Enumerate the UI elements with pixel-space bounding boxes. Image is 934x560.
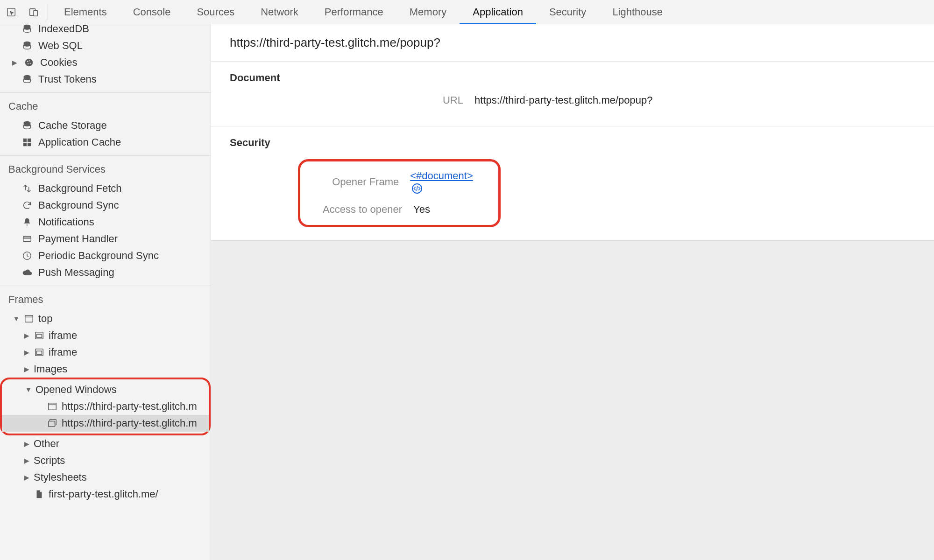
- sidebar-item-notifications[interactable]: Notifications: [0, 214, 211, 231]
- svg-rect-14: [23, 143, 27, 146]
- cookie-icon: [23, 57, 35, 68]
- inspect-element-icon[interactable]: [0, 0, 22, 24]
- tree-label: Other: [34, 438, 59, 450]
- tabbar-divider: [48, 4, 48, 20]
- tree-label: iframe: [49, 346, 77, 358]
- sidebar-label: Trust Tokens: [38, 73, 97, 85]
- sidebar-item-background-fetch[interactable]: Background Fetch: [0, 180, 211, 197]
- frame-iframe[interactable]: ▶ iframe: [0, 344, 211, 361]
- kv-url: URL https://third-party-test.glitch.me/p…: [230, 94, 915, 106]
- tab-sources[interactable]: Sources: [184, 0, 248, 24]
- tab-memory[interactable]: Memory: [396, 0, 460, 24]
- expand-arrow-icon[interactable]: ▶: [23, 349, 30, 356]
- tree-label: first-party-test.glitch.me/: [49, 488, 158, 500]
- expand-arrow-icon[interactable]: ▶: [23, 365, 30, 373]
- opened-window-item[interactable]: https://third-party-test.glitch.m: [2, 398, 209, 415]
- sidebar-item-push-messaging[interactable]: Push Messaging: [0, 264, 211, 281]
- tree-label: Scripts: [34, 455, 65, 467]
- frame-iframe[interactable]: ▶ iframe: [0, 327, 211, 344]
- expand-arrow-icon[interactable]: ▶: [23, 440, 30, 448]
- toggle-device-toolbar-icon[interactable]: [22, 0, 45, 24]
- opener-frame-link[interactable]: <#document>: [410, 170, 473, 182]
- tab-lighthouse[interactable]: Lighthouse: [599, 0, 676, 24]
- kv-key: Access to opener: [313, 203, 402, 216]
- sidebar-item-indexeddb[interactable]: IndexedDB: [0, 24, 211, 37]
- database-icon: [21, 24, 33, 34]
- expand-arrow-icon[interactable]: ▶: [11, 59, 18, 66]
- svg-point-8: [28, 63, 28, 64]
- bell-icon: [21, 217, 33, 227]
- opened-window-item-selected[interactable]: https://third-party-test.glitch.m: [2, 415, 209, 432]
- kv-access-to-opener: Access to opener Yes: [313, 203, 485, 216]
- sidebar-label: Background Fetch: [38, 182, 122, 195]
- sidebar-item-periodic-bg-sync[interactable]: Periodic Background Sync: [0, 247, 211, 264]
- frame-scripts[interactable]: ▶ Scripts: [0, 452, 211, 469]
- section-heading: Document: [230, 72, 915, 84]
- tree-label: https://third-party-test.glitch.m: [62, 400, 197, 413]
- tab-console[interactable]: Console: [120, 0, 184, 24]
- sidebar-section-frames: Frames: [0, 286, 211, 310]
- iframe-icon: [34, 330, 45, 341]
- tree-label: https://third-party-test.glitch.m: [62, 417, 197, 429]
- kv-key: URL: [230, 94, 463, 106]
- section-document: Document URL https://third-party-test.gl…: [211, 62, 934, 126]
- sidebar-label: Cookies: [40, 56, 77, 69]
- kv-value: <#document>: [410, 170, 485, 194]
- sidebar-label: Cache Storage: [38, 119, 107, 132]
- sidebar-label: Web SQL: [38, 40, 83, 52]
- frame-stylesheets[interactable]: ▶ Stylesheets: [0, 469, 211, 486]
- tab-performance[interactable]: Performance: [311, 0, 396, 24]
- annotation-highlight-opened-windows: ▼ Opened Windows https://third-party-tes…: [0, 378, 211, 435]
- sidebar-label: Payment Handler: [38, 233, 118, 245]
- svg-rect-16: [23, 237, 31, 242]
- tab-network[interactable]: Network: [248, 0, 311, 24]
- collapse-arrow-icon[interactable]: ▼: [13, 315, 20, 322]
- application-sidebar: IndexedDB Web SQL ▶ Cookies Trust Token: [0, 24, 211, 560]
- sidebar-item-cookies[interactable]: ▶ Cookies: [0, 54, 211, 71]
- clock-icon: [21, 251, 33, 261]
- window-icon: [23, 314, 35, 324]
- tab-application[interactable]: Application: [460, 0, 536, 24]
- window-icon: [47, 401, 58, 412]
- svg-rect-23: [49, 403, 57, 410]
- section-heading: Security: [230, 137, 915, 149]
- svg-point-7: [29, 60, 30, 61]
- svg-rect-15: [28, 143, 31, 146]
- svg-point-5: [25, 59, 33, 67]
- sidebar-item-websql[interactable]: Web SQL: [0, 37, 211, 54]
- sidebar-item-cache-storage[interactable]: Cache Storage: [0, 117, 211, 134]
- sidebar-item-application-cache[interactable]: Application Cache: [0, 134, 211, 151]
- svg-rect-18: [25, 315, 33, 322]
- kv-value: https://third-party-test.glitch.me/popup…: [474, 94, 653, 106]
- sidebar-item-background-sync[interactable]: Background Sync: [0, 197, 211, 214]
- tab-security[interactable]: Security: [536, 0, 599, 24]
- expand-arrow-icon[interactable]: ▶: [23, 474, 30, 481]
- annotation-highlight-security: Opener Frame <#document> Access to opene…: [298, 159, 501, 227]
- expand-arrow-icon[interactable]: ▶: [23, 457, 30, 464]
- reveal-in-elements-icon[interactable]: [412, 183, 422, 194]
- expand-arrow-icon[interactable]: ▶: [23, 332, 30, 339]
- svg-rect-20: [37, 334, 42, 337]
- frame-file[interactable]: first-party-test.glitch.me/: [0, 486, 211, 503]
- sidebar-item-payment-handler[interactable]: Payment Handler: [0, 231, 211, 247]
- frame-other[interactable]: ▶ Other: [0, 435, 211, 452]
- transfer-icon: [21, 183, 33, 194]
- sidebar-section-background-services: Background Services: [0, 156, 211, 180]
- sidebar-item-trust-tokens[interactable]: Trust Tokens: [0, 71, 211, 88]
- tab-elements[interactable]: Elements: [51, 0, 120, 24]
- grid-icon: [21, 137, 33, 147]
- collapse-arrow-icon[interactable]: ▼: [25, 386, 32, 393]
- database-icon: [21, 41, 33, 51]
- svg-rect-25: [49, 421, 55, 427]
- tree-label: Stylesheets: [34, 471, 87, 483]
- frame-top[interactable]: ▼ top: [0, 310, 211, 327]
- sidebar-label: Notifications: [38, 216, 94, 228]
- sidebar-label: Application Cache: [38, 136, 121, 148]
- svg-rect-22: [37, 351, 42, 354]
- sidebar-section-cache: Cache: [0, 93, 211, 117]
- iframe-icon: [34, 347, 45, 357]
- frame-opened-windows[interactable]: ▼ Opened Windows: [2, 381, 209, 398]
- frame-images[interactable]: ▶ Images: [0, 361, 211, 378]
- svg-point-9: [30, 63, 31, 64]
- section-security: Security Opener Frame <#document> Access…: [211, 126, 934, 240]
